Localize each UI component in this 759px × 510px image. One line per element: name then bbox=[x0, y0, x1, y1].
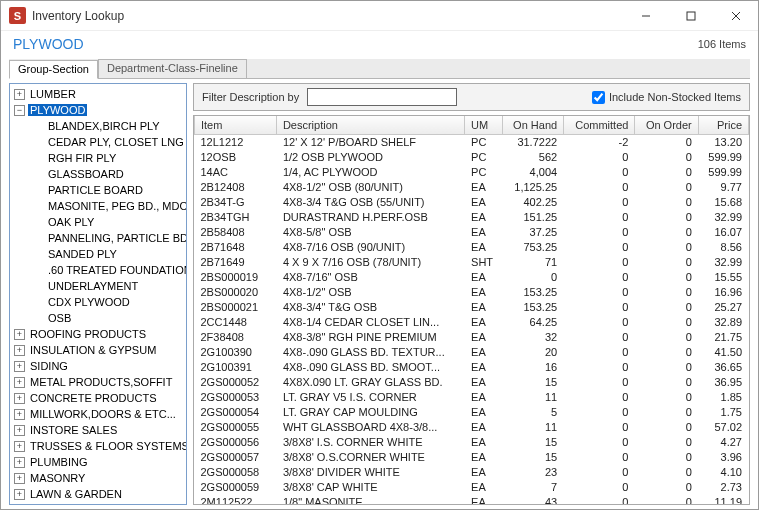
column-header-um[interactable]: UM bbox=[465, 116, 503, 134]
tree-node[interactable]: +MILLWORK,DOORS & ETC... bbox=[10, 406, 186, 422]
tree-node[interactable]: MASONITE, PEG BD., MDO P... bbox=[10, 198, 186, 214]
cell-price: 32.99 bbox=[698, 254, 748, 269]
close-button[interactable] bbox=[713, 1, 758, 31]
tree-node[interactable]: PARTICLE BOARD bbox=[10, 182, 186, 198]
tab-group-section[interactable]: Group-Section bbox=[9, 60, 98, 79]
expand-icon[interactable]: + bbox=[14, 441, 25, 452]
header-row: PLYWOOD 106 Items bbox=[1, 31, 758, 57]
column-header-onhand[interactable]: On Hand bbox=[502, 116, 563, 134]
cell-committed: 0 bbox=[564, 404, 635, 419]
tree-node[interactable]: +AUTOMOTIVE bbox=[10, 502, 186, 505]
expand-icon[interactable]: + bbox=[14, 89, 25, 100]
cell-desc: 4X8-7/16 OSB (90/UNIT) bbox=[276, 239, 464, 254]
maximize-button[interactable] bbox=[668, 1, 713, 31]
tree-node[interactable]: BLANDEX,BIRCH PLY bbox=[10, 118, 186, 134]
column-header-onorder[interactable]: On Order bbox=[635, 116, 698, 134]
tree-node[interactable]: CDX PLYWOOD bbox=[10, 294, 186, 310]
table-row[interactable]: 2BS0000214X8-3/4" T&G OSBEA153.250025.27 bbox=[195, 299, 749, 314]
expand-icon[interactable]: + bbox=[14, 425, 25, 436]
table-row[interactable]: 2M1125221/8" MASONITEEA430011.19 bbox=[195, 494, 749, 505]
tree-node[interactable]: +TRUSSES & FLOOR SYSTEMS bbox=[10, 438, 186, 454]
expand-icon[interactable]: + bbox=[14, 393, 25, 404]
table-row[interactable]: 2B584084X8-5/8" OSBEA37.250016.07 bbox=[195, 224, 749, 239]
tree-node[interactable]: UNDERLAYMENT bbox=[10, 278, 186, 294]
table-row[interactable]: 2GS0000593/8X8' CAP WHITEEA7002.73 bbox=[195, 479, 749, 494]
table-row[interactable]: 2B34T-G4X8-3/4 T&G OSB (55/UNIT)EA402.25… bbox=[195, 194, 749, 209]
table-row[interactable]: 2GS0000583/8X8' DIVIDER WHITEEA23004.10 bbox=[195, 464, 749, 479]
expand-icon[interactable]: + bbox=[14, 489, 25, 500]
table-row[interactable]: 2B716494 X 9 X 7/16 OSB (78/UNIT)SHT7100… bbox=[195, 254, 749, 269]
table-row[interactable]: 2F384084X8-3/8" RGH PINE PREMIUMEA320021… bbox=[195, 329, 749, 344]
table-row[interactable]: 2GS000053LT. GRAY V5 I.S. CORNEREA11001.… bbox=[195, 389, 749, 404]
tree-node[interactable]: +ROOFING PRODUCTS bbox=[10, 326, 186, 342]
expand-icon[interactable]: + bbox=[14, 345, 25, 356]
table-row[interactable]: 2GS0000563/8X8' I.S. CORNER WHITEEA15004… bbox=[195, 434, 749, 449]
column-header-item[interactable]: Item bbox=[195, 116, 277, 134]
tree-node[interactable]: GLASSBOARD bbox=[10, 166, 186, 182]
table-row[interactable]: 12L121212' X 12' P/BOARD SHELFPC31.7222-… bbox=[195, 134, 749, 149]
tree-node[interactable]: +METAL PRODUCTS,SOFFIT bbox=[10, 374, 186, 390]
cell-price: 3.96 bbox=[698, 449, 748, 464]
table-row[interactable]: 2CC14484X8-1/4 CEDAR CLOSET LIN...EA64.2… bbox=[195, 314, 749, 329]
expand-icon[interactable]: + bbox=[14, 505, 25, 506]
tree-node[interactable]: +CONCRETE PRODUCTS bbox=[10, 390, 186, 406]
tree-node[interactable]: +SIDING bbox=[10, 358, 186, 374]
tree-node[interactable]: .60 TREATED FOUNDATION bbox=[10, 262, 186, 278]
grid[interactable]: ItemDescriptionUMOn HandCommittedOn Orde… bbox=[193, 115, 750, 505]
filter-input[interactable] bbox=[307, 88, 457, 106]
tree-node[interactable]: +LUMBER bbox=[10, 86, 186, 102]
tabstrip: Group-SectionDepartment-Class-Fineline bbox=[9, 59, 750, 79]
table-row[interactable]: 12OSB1/2 OSB PLYWOODPC56200599.99 bbox=[195, 149, 749, 164]
tree-node-label: LAWN & GARDEN bbox=[28, 488, 124, 500]
expand-icon[interactable]: + bbox=[14, 409, 25, 420]
table-row[interactable]: 2BS0000194X8-7/16" OSBEA00015.55 bbox=[195, 269, 749, 284]
cell-onorder: 0 bbox=[635, 239, 698, 254]
tree-node[interactable]: PANNELING, PARTICLE BD bbox=[10, 230, 186, 246]
expand-icon[interactable]: + bbox=[14, 377, 25, 388]
table-row[interactable]: 2B34TGHDURASTRAND H.PERF.OSBEA151.250032… bbox=[195, 209, 749, 224]
tree-node-label: MASONITE, PEG BD., MDO P... bbox=[46, 200, 187, 212]
expand-icon[interactable]: + bbox=[14, 457, 25, 468]
cell-onhand: 11 bbox=[502, 389, 563, 404]
table-row[interactable]: 2GS000054LT. GRAY CAP MOULDINGEA5001.75 bbox=[195, 404, 749, 419]
cell-item: 2F38408 bbox=[195, 329, 277, 344]
cell-item: 2B34T-G bbox=[195, 194, 277, 209]
tree-node[interactable]: RGH FIR PLY bbox=[10, 150, 186, 166]
include-nonstocked-checkbox[interactable]: Include Non-Stocked Items bbox=[592, 91, 741, 104]
tree-node[interactable]: +INSTORE SALES bbox=[10, 422, 186, 438]
collapse-icon[interactable]: − bbox=[14, 105, 25, 116]
table-row[interactable]: 2GS0000524X8X.090 LT. GRAY GLASS BD.EA15… bbox=[195, 374, 749, 389]
table-row[interactable]: 2B124084X8-1/2" OSB (80/UNIT)EA1,125.250… bbox=[195, 179, 749, 194]
column-header-price[interactable]: Price bbox=[698, 116, 748, 134]
column-header-desc[interactable]: Description bbox=[276, 116, 464, 134]
table-row[interactable]: 2BS0000204X8-1/2" OSBEA153.250016.96 bbox=[195, 284, 749, 299]
expand-icon[interactable]: + bbox=[14, 329, 25, 340]
tree-node[interactable]: OAK PLY bbox=[10, 214, 186, 230]
cell-desc: 4X8-1/2" OSB bbox=[276, 284, 464, 299]
tree-node[interactable]: CEDAR PLY, CLOSET LNG bbox=[10, 134, 186, 150]
minimize-button[interactable] bbox=[623, 1, 668, 31]
table-row[interactable]: 2GS000055WHT GLASSBOARD 4X8-3/8...EA1100… bbox=[195, 419, 749, 434]
tree-panel[interactable]: +LUMBER−PLYWOODBLANDEX,BIRCH PLYCEDAR PL… bbox=[9, 83, 187, 505]
tree-node[interactable]: +PLUMBING bbox=[10, 454, 186, 470]
cell-price: 2.73 bbox=[698, 479, 748, 494]
cell-um: EA bbox=[465, 299, 503, 314]
tree-node[interactable]: +INSULATION & GYPSUM bbox=[10, 342, 186, 358]
table-row[interactable]: 2G1003914X8-.090 GLASS BD. SMOOT...EA160… bbox=[195, 359, 749, 374]
tab-department-class-fineline[interactable]: Department-Class-Fineline bbox=[98, 59, 247, 78]
cell-onhand: 7 bbox=[502, 479, 563, 494]
tree-node[interactable]: OSB bbox=[10, 310, 186, 326]
column-header-committed[interactable]: Committed bbox=[564, 116, 635, 134]
tree-node[interactable]: SANDED PLY bbox=[10, 246, 186, 262]
cell-onhand: 5 bbox=[502, 404, 563, 419]
tree-node[interactable]: −PLYWOOD bbox=[10, 102, 186, 118]
table-row[interactable]: 2G1003904X8-.090 GLASS BD. TEXTUR...EA20… bbox=[195, 344, 749, 359]
expand-icon[interactable]: + bbox=[14, 473, 25, 484]
include-nonstocked-input[interactable] bbox=[592, 91, 605, 104]
tree-node[interactable]: +MASONRY bbox=[10, 470, 186, 486]
tree-node[interactable]: +LAWN & GARDEN bbox=[10, 486, 186, 502]
table-row[interactable]: 14AC1/4, AC PLYWOODPC4,00400599.99 bbox=[195, 164, 749, 179]
expand-icon[interactable]: + bbox=[14, 361, 25, 372]
table-row[interactable]: 2GS0000573/8X8' O.S.CORNER WHITEEA15003.… bbox=[195, 449, 749, 464]
table-row[interactable]: 2B716484X8-7/16 OSB (90/UNIT)EA753.25008… bbox=[195, 239, 749, 254]
